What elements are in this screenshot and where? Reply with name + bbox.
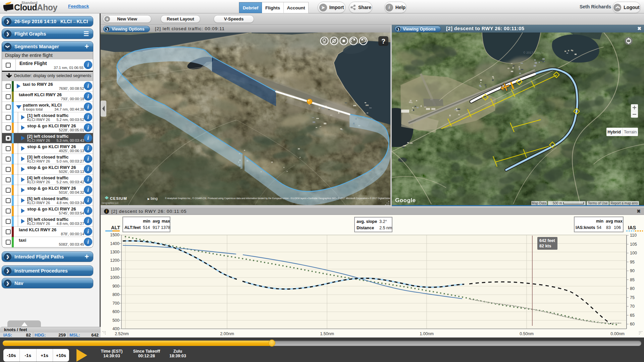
svg-text:1500: 1500	[110, 233, 119, 237]
svg-text:ALT:feet5149171378: ALT:feet5149171378	[124, 225, 170, 230]
svg-text:0.00nm: 0.00nm	[610, 331, 625, 336]
svg-text:400: 400	[112, 326, 119, 331]
svg-text:Google: Google	[395, 197, 416, 203]
svg-text:65: 65	[630, 313, 635, 318]
svg-text:0.50nm: 0.50nm	[520, 331, 534, 336]
svg-text:642 feet: 642 feet	[539, 238, 555, 243]
svg-text:600: 600	[112, 309, 119, 314]
svg-text:Geographics LLC: Geographics LLC	[102, 202, 119, 204]
svg-text:IAS: IAS	[628, 225, 636, 230]
svg-text:1200: 1200	[110, 258, 119, 263]
svg-text:Terms of Use: Terms of Use	[588, 201, 608, 205]
svg-text:1400: 1400	[110, 241, 119, 246]
svg-text:82 kts: 82 kts	[539, 244, 551, 248]
svg-text:minavgmax: minavgmax	[596, 219, 623, 224]
svg-text:85: 85	[630, 278, 635, 282]
svg-text:1.50nm: 1.50nm	[320, 331, 334, 336]
svg-text:60: 60	[630, 322, 635, 326]
svg-text:1000: 1000	[110, 275, 119, 280]
svg-text:minavgmax: minavgmax	[143, 219, 170, 224]
svg-text:CESIUM: CESIUM	[110, 196, 127, 200]
svg-text:700: 700	[112, 301, 119, 306]
svg-text:Terrain: Terrain	[624, 130, 637, 134]
svg-text:Map Data: Map Data	[532, 201, 546, 205]
svg-text:Report a map erro: Report a map erro	[610, 201, 638, 205]
svg-text:95: 95	[630, 260, 635, 264]
svg-text:IAS:knots5483106: IAS:knots5483106	[576, 225, 621, 230]
svg-text:75: 75	[630, 295, 635, 300]
svg-text:1100: 1100	[110, 267, 119, 272]
svg-text:105: 105	[630, 242, 637, 247]
svg-text:500 m: 500 m	[553, 201, 562, 205]
svg-text:500: 500	[112, 318, 119, 323]
svg-text:1.00nm: 1.00nm	[420, 331, 434, 336]
svg-text:2.00nm: 2.00nm	[220, 331, 234, 336]
svg-text:80: 80	[630, 286, 635, 291]
svg-text:© Analytical Graphics Inc., ©: © Analytical Graphics Inc., © CGIAR-CSI,…	[165, 197, 390, 200]
svg-text:?: ?	[381, 38, 385, 45]
svg-text:110: 110	[630, 233, 637, 238]
svg-text:2.52nm: 2.52nm	[115, 331, 129, 336]
svg-text:avg. slope3.2°: avg. slope3.2°	[357, 219, 387, 224]
svg-text:800: 800	[112, 292, 119, 297]
svg-text:100: 100	[630, 251, 637, 255]
svg-text:© 2017 Google: © 2017 Google	[523, 51, 544, 54]
svg-text:ALT: ALT	[111, 225, 120, 230]
svg-text:Hybrid: Hybrid	[607, 130, 621, 134]
svg-text:1300: 1300	[110, 250, 119, 254]
svg-text:70: 70	[630, 304, 635, 309]
svg-text:90: 90	[630, 268, 635, 273]
svg-text:900: 900	[112, 284, 119, 289]
